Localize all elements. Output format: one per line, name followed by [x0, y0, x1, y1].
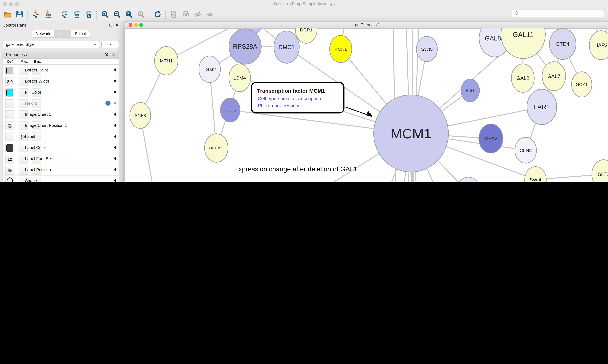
property-def-cell[interactable]: [5, 110, 14, 119]
zoom-selected-icon[interactable]: [136, 10, 146, 19]
expand-arrow-icon[interactable]: [114, 145, 116, 149]
hide-selected-icon[interactable]: [193, 10, 203, 19]
property-row[interactable]: Label Color: [3, 142, 119, 153]
tab-select[interactable]: Select: [71, 30, 90, 38]
expand-arrow-icon[interactable]: [114, 168, 116, 171]
collapse-all-icon[interactable]: [111, 52, 116, 57]
network-canvas[interactable]: RPS28BRPS28ADMC1DCP1PCK1SWI5GAL80GAL11ST…: [125, 28, 608, 182]
network-node-LSM4[interactable]: LSM4: [229, 64, 250, 92]
property-def-cell[interactable]: [5, 177, 14, 182]
network-node-FAR1[interactable]: FAR1: [527, 89, 557, 125]
search-field[interactable]: [512, 9, 605, 17]
zoom-in-icon[interactable]: [100, 10, 110, 19]
network-node-PIS1[interactable]: PIS1: [461, 79, 479, 102]
property-def-cell[interactable]: [5, 143, 14, 152]
property-row[interactable]: Label Position: [3, 164, 119, 176]
expand-arrow-icon[interactable]: [114, 156, 116, 160]
network-window-titlebar[interactable]: galFiltered.sif: [125, 22, 608, 29]
network-node-GAL2[interactable]: GAL2: [511, 64, 534, 92]
network-node-YIL105C[interactable]: YIL105C: [205, 134, 228, 162]
network-node-HAP2[interactable]: HAP2: [589, 31, 608, 60]
zoom-fit-icon[interactable]: [124, 10, 134, 19]
show-hidden-icon[interactable]: [205, 10, 215, 19]
expand-arrow-icon[interactable]: [114, 112, 116, 116]
export-network-icon[interactable]: [59, 10, 69, 19]
network-node-MTH1[interactable]: MTH1: [154, 47, 178, 75]
control-panel-title: Control Panel: [2, 23, 28, 27]
clipboard-network-icon[interactable]: [169, 10, 179, 19]
network-node-RPS28A[interactable]: RPS28A: [229, 29, 261, 64]
property-row[interactable]: 2.0Border Width: [3, 76, 119, 87]
property-row[interactable]: Label: [3, 131, 119, 142]
property-def-cell[interactable]: [5, 99, 14, 108]
property-row[interactable]: Image/Chart Position 1: [3, 120, 119, 131]
annotation-box[interactable]: Transcription factor MCM1Cell-type-speci…: [251, 83, 344, 113]
float-panel-icon[interactable]: ▢: [109, 23, 113, 27]
position-icon[interactable]: [5, 166, 14, 175]
save-session-icon[interactable]: [14, 10, 24, 19]
property-def-cell[interactable]: [5, 132, 14, 141]
svg-text:RPS28A: RPS28A: [233, 43, 257, 50]
search-network-icon[interactable]: [181, 10, 191, 19]
property-row[interactable]: Image/Chart 1: [3, 109, 119, 120]
expand-arrow-icon[interactable]: [114, 90, 116, 94]
expand-arrow-icon[interactable]: [114, 101, 116, 105]
property-def-cell[interactable]: 12: [5, 155, 14, 164]
tab-style[interactable]: Style: [54, 30, 71, 38]
close-panel-icon[interactable]: ✘: [115, 23, 118, 27]
network-node-PCK1[interactable]: PCK1: [330, 35, 352, 63]
property-row[interactable]: Heighti: [3, 98, 119, 109]
network-node-PDC5[interactable]: PDC5: [221, 98, 240, 122]
property-row[interactable]: Fill Color: [3, 87, 119, 98]
network-node-LSM2[interactable]: LSM2: [199, 56, 221, 83]
property-def-cell[interactable]: 2.0: [5, 77, 14, 86]
property-row[interactable]: Border Paint: [3, 65, 119, 76]
toolbar-separator: [96, 10, 97, 19]
property-row[interactable]: Shape: [3, 176, 119, 182]
network-node-SWI5[interactable]: SWI5: [416, 36, 437, 62]
network-node-GAL11[interactable]: GAL11: [501, 28, 545, 59]
expand-arrow-icon[interactable]: [114, 68, 116, 72]
expand-arrow-icon[interactable]: [114, 123, 116, 127]
network-node-SNF3[interactable]: SNF3: [130, 103, 151, 128]
style-select[interactable]: galFiltered Style▼: [2, 41, 100, 48]
zoom-out-icon[interactable]: [112, 10, 122, 19]
network-node-MFA2[interactable]: MFA2: [479, 124, 503, 153]
style-options-button[interactable]: ▼: [101, 41, 119, 48]
expand-arrow-icon[interactable]: [114, 179, 116, 182]
session-title: Session: /Temp/SampleMovie.cys: [0, 1, 608, 6]
column-header: Byp.: [34, 59, 41, 63]
network-node-STE4[interactable]: STE4: [549, 28, 576, 59]
svg-text:LSM4: LSM4: [234, 75, 246, 80]
refresh-view-icon[interactable]: [153, 10, 162, 19]
property-row[interactable]: 12Label Font Size: [3, 153, 119, 164]
network-node-GAL7[interactable]: GAL7: [542, 62, 566, 91]
properties-header[interactable]: Properties ▾: [3, 51, 119, 59]
open-folder-icon[interactable]: [2, 10, 12, 19]
position-icon[interactable]: [5, 121, 14, 130]
tab-network[interactable]: Network: [32, 30, 55, 38]
search-input[interactable]: [520, 11, 605, 16]
expand-arrow-icon[interactable]: [114, 79, 116, 83]
info-icon[interactable]: i: [105, 101, 111, 106]
property-def-cell[interactable]: [5, 88, 14, 97]
property-def-cell[interactable]: [5, 66, 14, 75]
svg-text:HAP2: HAP2: [594, 42, 608, 48]
network-node-SLT2[interactable]: SLT2: [592, 160, 608, 182]
network-node-DMC1[interactable]: DMC1: [274, 31, 299, 63]
network-node-CDC42[interactable]: CDC42: [456, 177, 481, 182]
network-node-MCM1[interactable]: MCM1: [374, 95, 448, 172]
property-label: Label Font Size: [25, 156, 54, 161]
network-node-SWI4[interactable]: SWI4: [525, 167, 546, 182]
import-table-icon[interactable]: [43, 10, 53, 19]
svg-text:Pheromone response: Pheromone response: [258, 103, 303, 108]
network-node-CLN3[interactable]: CLN3: [515, 137, 537, 163]
search-icon: [514, 11, 520, 16]
export-table-icon[interactable]: [71, 10, 81, 19]
expand-arrow-icon[interactable]: [114, 134, 116, 138]
network-node-GCY1[interactable]: GCY1: [572, 72, 592, 97]
export-image-icon[interactable]: [83, 10, 93, 19]
expand-all-icon[interactable]: [104, 52, 109, 57]
svg-text:SWI4: SWI4: [530, 177, 541, 182]
import-network-icon[interactable]: [31, 10, 41, 19]
